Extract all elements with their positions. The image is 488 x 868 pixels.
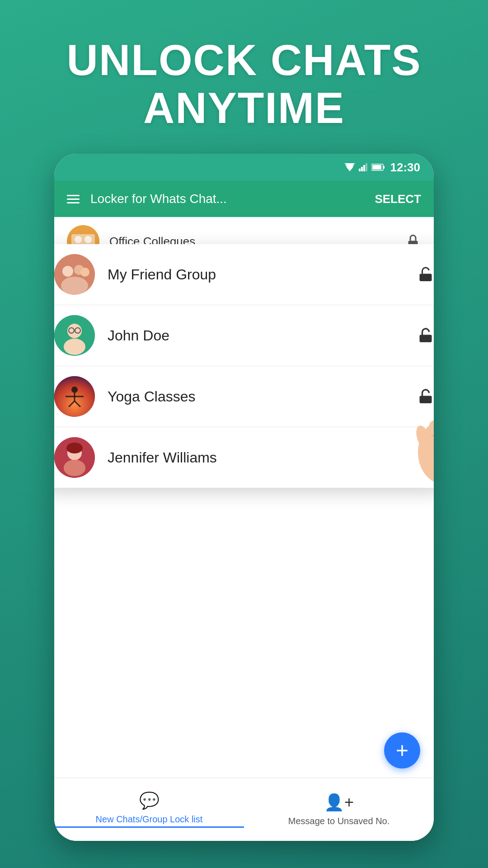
avatar [54,437,95,478]
svg-point-48 [64,460,85,476]
hamburger-icon[interactable] [67,195,80,203]
svg-point-28 [61,277,88,295]
select-button[interactable]: SELECT [375,192,421,206]
svg-point-25 [62,266,73,277]
svg-rect-36 [420,335,432,343]
status-time: 12:30 [390,160,421,175]
status-bar: 12:30 [54,154,434,181]
chat-name: John Doe [108,327,418,344]
list-item[interactable]: Jennifer Williams [54,427,434,488]
hand-pointer [407,393,434,484]
svg-rect-9 [372,165,381,170]
chat-name: Jennifer Williams [108,449,418,466]
bottom-nav: 💬 New Chats/Group Lock list 👤+ Message t… [54,778,434,841]
avatar [54,254,95,295]
floating-chat-card: My Friend Group [54,244,434,488]
svg-point-27 [80,268,89,277]
list-item[interactable]: Yoga Classes [54,366,434,427]
nav-item-chats[interactable]: 💬 New Chats/Group Lock list [54,791,244,828]
svg-point-12 [75,236,82,243]
svg-point-32 [64,339,85,355]
nav-label-unsaved: Message to Unsaved No. [288,816,390,826]
svg-point-39 [71,387,78,393]
floating-chat-list: My Friend Group [54,244,434,488]
svg-rect-4 [361,167,363,171]
status-icons [344,163,385,171]
avatar [54,376,95,417]
list-item[interactable]: My Friend Group [54,244,434,305]
avatar [54,315,95,356]
phone-frame: 12:30 Locker for Whats Chat... SELECT Of… [54,154,434,841]
nav-label-chats: New Chats/Group Lock list [96,814,203,825]
person-add-icon: 👤+ [324,793,354,812]
chat-bubble-icon: 💬 [139,791,160,810]
svg-rect-6 [366,163,367,171]
add-icon: + [396,740,408,761]
fab-button[interactable]: + [384,732,420,769]
unlocked-lock-icon [418,266,434,283]
svg-point-49 [66,443,83,453]
svg-rect-8 [383,166,385,169]
chat-name: Yoga Classes [108,388,418,405]
svg-rect-3 [359,169,361,171]
hero-title: UNLOCK CHATS ANYTIME [0,0,488,132]
chat-name: My Friend Group [108,266,418,283]
list-item[interactable]: John Doe [54,305,434,366]
svg-rect-5 [363,165,365,171]
nav-item-unsaved[interactable]: 👤+ Message to Unsaved No. [244,793,434,826]
svg-rect-29 [420,274,432,282]
unlocked-lock-icon [418,327,434,344]
toolbar-title: Locker for Whats Chat... [90,192,364,206]
svg-point-13 [84,236,92,243]
app-toolbar: Locker for Whats Chat... SELECT [54,181,434,217]
